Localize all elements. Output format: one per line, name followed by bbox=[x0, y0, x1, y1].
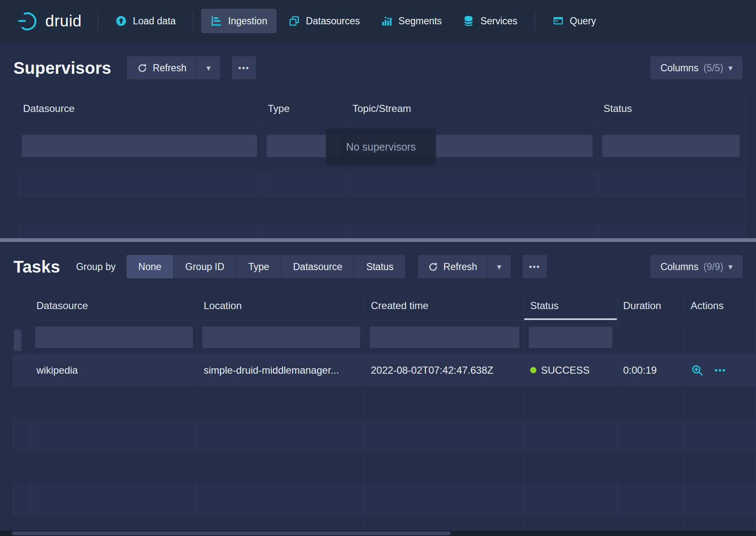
horizontal-scrollbar-thumb[interactable] bbox=[12, 531, 450, 535]
table-cell bbox=[12, 354, 31, 386]
more-icon: ••• bbox=[529, 262, 540, 272]
column-header-actions[interactable]: Actions bbox=[685, 291, 756, 320]
table-cell bbox=[685, 320, 756, 354]
table-cell bbox=[12, 386, 31, 419]
table-cell bbox=[31, 451, 198, 483]
table-cell bbox=[198, 419, 365, 451]
clipped-filter-input[interactable] bbox=[13, 329, 22, 351]
table-cell bbox=[17, 225, 262, 238]
empty-row bbox=[17, 225, 745, 238]
table-cell bbox=[685, 419, 756, 451]
table-cell bbox=[12, 451, 31, 483]
refresh-label: Refresh bbox=[443, 261, 477, 273]
panel-resize-handle[interactable] bbox=[0, 238, 756, 242]
column-header-status[interactable]: Status bbox=[598, 94, 745, 123]
table-cell bbox=[262, 225, 347, 238]
navbar-divider bbox=[98, 11, 98, 31]
table-cell bbox=[524, 483, 617, 515]
status-text: SUCCESS bbox=[541, 364, 590, 376]
table-cell bbox=[31, 515, 198, 531]
empty-row bbox=[12, 386, 756, 419]
task-actions-more-icon[interactable]: ••• bbox=[715, 365, 726, 376]
refresh-label: Refresh bbox=[153, 62, 186, 74]
table-cell bbox=[598, 225, 745, 238]
task-detail-magnifier-icon[interactable] bbox=[691, 364, 704, 377]
table-cell bbox=[617, 320, 685, 354]
query-icon bbox=[552, 15, 564, 27]
supervisors-refresh-button[interactable]: Refresh bbox=[127, 56, 197, 80]
group-by-group-id-button[interactable]: Group ID bbox=[173, 255, 236, 278]
table-cell bbox=[31, 483, 198, 515]
tasks-refresh-dropdown-button[interactable]: ▾ bbox=[487, 255, 511, 278]
table-cell bbox=[347, 170, 598, 198]
table-cell bbox=[598, 198, 745, 225]
table-cell bbox=[262, 170, 347, 198]
task-row-wikipedia[interactable]: wikipedia simple-druid-middlemanager... … bbox=[12, 354, 756, 386]
nav-item-services[interactable]: Services bbox=[453, 9, 526, 33]
columns-count: (9/9) bbox=[704, 261, 723, 273]
group-by-status-button[interactable]: Status bbox=[354, 255, 405, 278]
table-cell bbox=[12, 419, 31, 451]
filter-cell bbox=[365, 320, 524, 354]
table-cell bbox=[198, 451, 365, 483]
column-header-location[interactable]: Location bbox=[198, 291, 365, 320]
tasks-refresh-button[interactable]: Refresh bbox=[418, 255, 487, 278]
task-location-cell[interactable]: simple-druid-middlemanager... bbox=[198, 354, 365, 386]
column-header-topic-stream[interactable]: Topic/Stream bbox=[347, 94, 598, 123]
supervisors-columns-button[interactable]: Columns (5/5) ▾ bbox=[650, 56, 743, 80]
column-header-created-time[interactable]: Created time bbox=[365, 291, 524, 320]
column-header-type[interactable]: Type bbox=[262, 94, 347, 123]
task-status-cell[interactable]: SUCCESS bbox=[524, 354, 617, 386]
columns-label: Columns bbox=[660, 261, 699, 273]
chevron-down-icon: ▾ bbox=[497, 263, 501, 271]
table-cell bbox=[12, 320, 31, 354]
column-header-duration[interactable]: Duration bbox=[617, 291, 685, 320]
task-created-time-cell[interactable]: 2022-08-02T07:42:47.638Z bbox=[365, 354, 524, 386]
supervisors-status-filter-input[interactable] bbox=[602, 134, 740, 157]
supervisors-more-button[interactable]: ••• bbox=[232, 56, 256, 80]
tasks-datasource-filter-input[interactable] bbox=[35, 326, 193, 348]
nav-item-label: Services bbox=[480, 16, 517, 27]
columns-count: (5/5) bbox=[704, 62, 723, 74]
supervisors-toolbar: Supervisors Refresh ▾ ••• Columns (5/5) bbox=[0, 42, 756, 94]
empty-row bbox=[12, 419, 756, 451]
navbar-divider bbox=[535, 11, 535, 31]
group-by-none-button[interactable]: None bbox=[127, 255, 173, 278]
tasks-status-filter-input[interactable] bbox=[528, 326, 613, 348]
table-cell bbox=[12, 515, 31, 531]
nav-item-label: Ingestion bbox=[228, 16, 267, 27]
nav-item-segments[interactable]: Segments bbox=[372, 9, 451, 33]
tasks-more-button[interactable]: ••• bbox=[523, 255, 547, 278]
nav-item-load-data[interactable]: Load data bbox=[106, 9, 185, 33]
tasks-location-filter-input[interactable] bbox=[202, 326, 360, 348]
task-datasource-cell[interactable]: wikipedia bbox=[31, 354, 198, 386]
table-cell bbox=[31, 419, 198, 451]
filter-cell bbox=[31, 320, 198, 354]
nav-item-query[interactable]: Query bbox=[543, 9, 606, 33]
columns-label: Columns bbox=[660, 62, 699, 74]
nav-item-label: Datasources bbox=[306, 16, 360, 27]
group-by-segmented-control: None Group ID Type Datasource Status bbox=[127, 255, 405, 278]
group-by-type-button[interactable]: Type bbox=[236, 255, 281, 278]
chevron-down-icon: ▾ bbox=[728, 64, 733, 72]
table-cell bbox=[598, 170, 745, 198]
table-cell bbox=[17, 198, 262, 225]
nav-item-datasources[interactable]: Datasources bbox=[279, 9, 369, 33]
nav-item-ingestion[interactable]: Ingestion bbox=[201, 9, 276, 33]
column-header-status-sorted[interactable]: Status bbox=[524, 291, 617, 320]
filter-cell bbox=[598, 123, 745, 170]
supervisors-datasource-filter-input[interactable] bbox=[21, 134, 257, 157]
table-cell bbox=[12, 291, 31, 320]
supervisors-refresh-group: Refresh ▾ bbox=[127, 56, 220, 80]
druid-logo[interactable]: druid bbox=[18, 10, 82, 31]
supervisors-refresh-dropdown-button[interactable]: ▾ bbox=[197, 56, 220, 80]
task-duration-cell[interactable]: 0:00:19 bbox=[617, 354, 685, 386]
group-by-datasource-button[interactable]: Datasource bbox=[281, 255, 354, 278]
horizontal-scrollbar[interactable] bbox=[0, 531, 756, 536]
table-cell bbox=[262, 198, 347, 225]
column-header-datasource[interactable]: Datasource bbox=[17, 94, 262, 123]
tasks-created-time-filter-input[interactable] bbox=[369, 326, 520, 348]
table-cell bbox=[17, 170, 262, 198]
column-header-datasource[interactable]: Datasource bbox=[31, 291, 198, 320]
tasks-columns-button[interactable]: Columns (9/9) ▾ bbox=[650, 255, 743, 278]
